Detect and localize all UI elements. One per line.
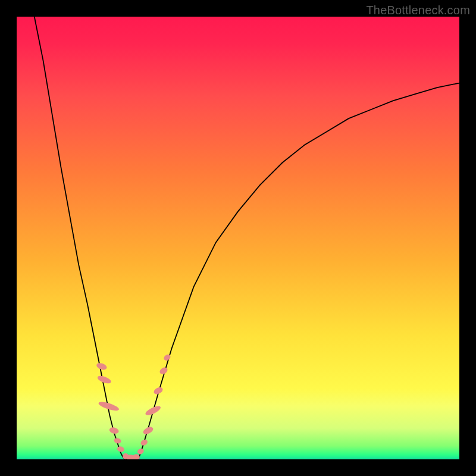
- floor-bead-right: [133, 454, 140, 459]
- chart-svg: [17, 17, 459, 459]
- right-bead-long: [144, 405, 162, 417]
- right-bead-low-1: [136, 447, 145, 455]
- right-bead-low-2: [140, 439, 149, 447]
- curve-left-branch: [35, 17, 126, 459]
- left-bead-low: [117, 446, 125, 452]
- left-bead-mid-1: [109, 427, 120, 435]
- curve-beads-group: [96, 353, 172, 459]
- left-bead-mid-2: [114, 437, 122, 444]
- curve-right-branch: [139, 83, 459, 459]
- left-bead-high-1: [96, 362, 108, 371]
- left-bead-high-2: [96, 374, 112, 385]
- watermark-text: TheBottleneck.com: [366, 4, 470, 17]
- chart-plot-area: [17, 17, 459, 459]
- chart-frame: TheBottleneck.com: [0, 0, 476, 476]
